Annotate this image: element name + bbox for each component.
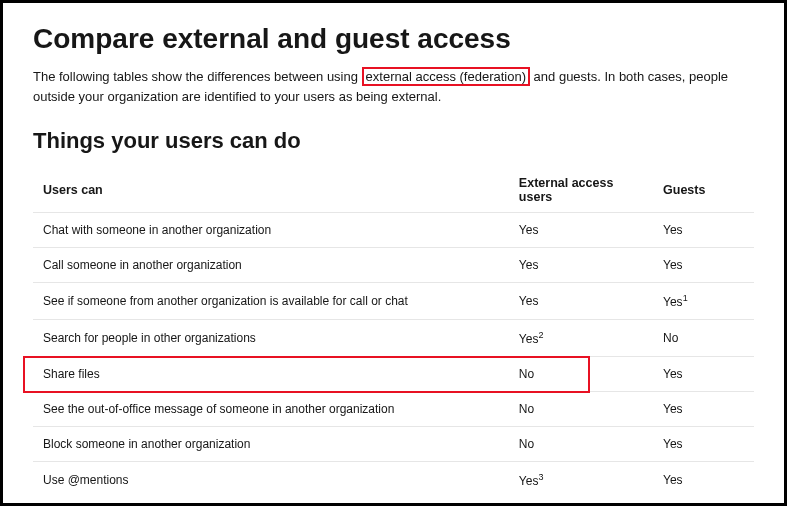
table-row: Block someone in another organizationNoY… [33,427,754,462]
cell-external: Yes [509,283,653,320]
cell-external: Yes [509,248,653,283]
cell-feature: Share files [33,357,509,392]
cell-external: Yes3 [509,462,653,499]
intro-paragraph: The following tables show the difference… [33,67,754,106]
cell-guest: No [653,320,754,357]
table-row: See if someone from another organization… [33,283,754,320]
col-header-guests: Guests [653,168,754,213]
cell-guest: Yes1 [653,283,754,320]
cell-guest: Yes [653,357,754,392]
cell-external: Yes2 [509,320,653,357]
cell-feature: Block someone in another organization [33,427,509,462]
cell-guest: Yes [653,462,754,499]
table-header-row: Users can External access users Guests [33,168,754,213]
cell-guest: Yes [653,427,754,462]
cell-guest: Yes [653,213,754,248]
highlight-external-access: external access (federation) [362,67,530,86]
table-row: Chat with someone in another organizatio… [33,213,754,248]
col-header-users-can: Users can [33,168,509,213]
cell-feature: See if someone from another organization… [33,283,509,320]
cell-feature: Call someone in another organization [33,248,509,283]
cell-feature: See the out-of-office message of someone… [33,392,509,427]
comparison-table-wrapper: Users can External access users Guests C… [33,168,754,498]
cell-external: Yes [509,213,653,248]
table-row: Share filesNoYes [33,357,754,392]
table-row: Use @mentionsYes3Yes [33,462,754,499]
table-row: Search for people in other organizations… [33,320,754,357]
table-row: Call someone in another organizationYesY… [33,248,754,283]
cell-feature: Search for people in other organizations [33,320,509,357]
cell-external: No [509,392,653,427]
col-header-external: External access users [509,168,653,213]
cell-guest: Yes [653,248,754,283]
cell-feature: Chat with someone in another organizatio… [33,213,509,248]
cell-guest: Yes [653,392,754,427]
page-title: Compare external and guest access [33,23,754,55]
intro-text-pre: The following tables show the difference… [33,69,362,84]
comparison-table: Users can External access users Guests C… [33,168,754,498]
section-heading: Things your users can do [33,128,754,154]
cell-external: No [509,357,653,392]
cell-feature: Use @mentions [33,462,509,499]
table-row: See the out-of-office message of someone… [33,392,754,427]
cell-external: No [509,427,653,462]
